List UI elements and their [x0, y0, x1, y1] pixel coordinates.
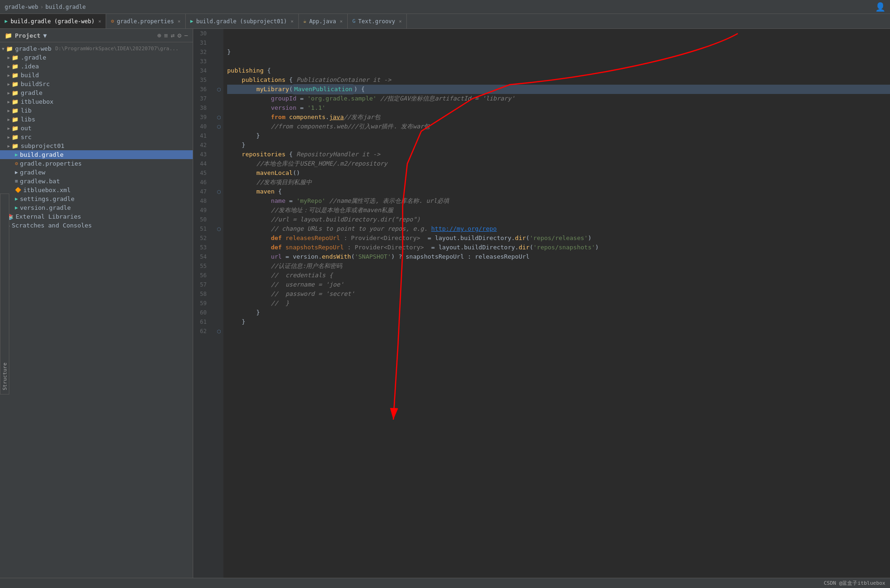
tree-label-settingsgradle: settings.gradle — [20, 195, 74, 202]
code-line-40: //from components.web///引入war插件. 发布war包 — [227, 122, 890, 131]
chevron-src: ▶ — [7, 135, 10, 140]
tab-app-java[interactable]: ☕ App.java ✕ — [299, 14, 348, 28]
tab-text-groovy[interactable]: G Text.groovy ✕ — [348, 14, 407, 28]
tree-label-buildgradle: build.gradle — [20, 151, 64, 158]
tool-minimize-icon[interactable]: − — [184, 32, 188, 39]
tree-label-lib: lib — [20, 107, 31, 114]
tree-item-libs[interactable]: ▶ 📁 libs — [0, 115, 193, 124]
breadcrumb-file: build.gradle — [45, 4, 86, 10]
file-icon-buildgradle: ▶ — [15, 152, 18, 158]
sidebar-header: 📁 Project ▼ ⊕ ≡ ⇄ ⚙ − — [0, 29, 193, 42]
tab-label-3: build.gradle (subproject01) — [196, 18, 287, 25]
tree-label-gradledir: gradle — [20, 89, 42, 96]
tree-item-subproject[interactable]: ▶ 📁 subproject01 — [0, 141, 193, 150]
tab-close-3[interactable]: ✕ — [290, 19, 293, 24]
folder-icon-itbluebox: 📁 — [12, 99, 19, 105]
code-lines[interactable]: } publishing { publications { Publicatio… — [223, 29, 890, 578]
tree-item-root[interactable]: ▼ 📁 gradle-web D:\ProgramWorkSpace\IDEA\… — [0, 44, 193, 53]
tab-close-4[interactable]: ✕ — [340, 19, 343, 24]
tree-item-dotgradle[interactable]: ▶ 📁 .gradle — [0, 53, 193, 62]
code-line-47: maven { — [227, 187, 890, 196]
tree-item-buildsrc[interactable]: ▶ 📁 buildSrc — [0, 80, 193, 88]
tree-item-scratches[interactable]: ▶ ✏️ Scratches and Consoles — [0, 221, 193, 230]
tab-bar: ▶ build.gradle (gradle-web) ✕ ⚙ gradle.p… — [0, 14, 890, 29]
tool-collapse-icon[interactable]: ≡ — [164, 32, 168, 39]
tab-java-icon: ☕ — [303, 18, 307, 24]
tab-gradle-properties[interactable]: ⚙ gradle.properties ✕ — [106, 14, 185, 28]
tree-item-itbluebox[interactable]: ▶ 📁 itbluebox — [0, 97, 193, 106]
chevron-libs: ▶ — [7, 117, 10, 122]
folder-icon-gradledir: 📁 — [12, 90, 19, 96]
tree-item-dotidea[interactable]: ▶ 📁 .idea — [0, 62, 193, 71]
file-icon-versiongradle: ▶ — [15, 205, 18, 211]
code-line-54: url = version.endsWith('SNAPSHOT') ? sna… — [227, 252, 890, 261]
structure-tab[interactable]: Structure — [0, 194, 9, 394]
tree-label-gradlew: gradlew — [20, 169, 46, 176]
folder-icon-dotidea: 📁 — [12, 63, 19, 70]
tree-path-root: D:\ProgramWorkSpace\IDEA\20220707\gra... — [55, 46, 179, 52]
tree-item-buildgradle[interactable]: ▶ build.gradle — [0, 150, 193, 159]
tree-item-settingsgradle[interactable]: ▶ settings.gradle — [0, 194, 193, 203]
tab-build-gradle-web[interactable]: ▶ build.gradle (gradle-web) ✕ — [0, 14, 106, 28]
code-line-52: def releasesRepoUrl : Provider<Directory… — [227, 234, 890, 243]
tree-label-src: src — [20, 134, 31, 140]
tree-label-build: build — [20, 72, 39, 79]
tree-item-itblueboxxml[interactable]: 🔶 itbluebox.xml — [0, 186, 193, 194]
user-icon[interactable]: 👤 — [875, 2, 885, 12]
folder-icon-build: 📁 — [12, 72, 19, 79]
code-line-43: repositories { RepositoryHandler it -> — [227, 150, 890, 159]
code-line-34: publishing { — [227, 66, 890, 75]
tab-label-1: build.gradle (gradle-web) — [11, 18, 95, 25]
tree-label-gradlewbat: gradlew.bat — [20, 178, 60, 185]
folder-icon-root: 📁 — [6, 46, 13, 52]
breadcrumb-project[interactable]: gradle-web — [5, 4, 38, 10]
main-area: 📁 Project ▼ ⊕ ≡ ⇄ ⚙ − ▼ 📁 gradle-web D:\… — [0, 29, 890, 578]
code-line-49: //发布地址：可以是本地仓库或者maven私服 — [227, 206, 890, 215]
tree-label-dotidea: .idea — [20, 63, 39, 70]
sidebar-tools: ⊕ ≡ ⇄ ⚙ − — [157, 32, 188, 39]
file-icon-gradleprops: ⚙ — [15, 160, 18, 167]
folder-icon-buildsrc: 📁 — [12, 81, 19, 87]
tab-groovy-icon: G — [352, 18, 356, 24]
chevron-dotidea: ▶ — [7, 64, 10, 69]
code-line-53: def snapshotsRepoUrl : Provider<Director… — [227, 243, 890, 252]
tab-label-2: gradle.properties — [117, 18, 174, 25]
code-line-51: // change URLs to point to your repos, e… — [227, 224, 890, 234]
tool-settings-icon[interactable]: ⚙ — [177, 32, 181, 39]
tree-item-gradlewbat[interactable]: ≡ gradlew.bat — [0, 177, 193, 186]
tab-close-5[interactable]: ✕ — [399, 19, 402, 24]
tab-close-1[interactable]: ✕ — [98, 19, 101, 24]
sidebar-dropdown-icon[interactable]: ▼ — [43, 32, 47, 39]
breadcrumb: gradle-web › build.gradle — [5, 4, 86, 10]
code-line-30 — [227, 29, 890, 38]
folder-icon-lib: 📁 — [12, 107, 19, 114]
sidebar-title: Project — [15, 32, 40, 39]
code-line-32: } — [227, 47, 890, 57]
code-line-33 — [227, 57, 890, 66]
code-line-57: // username = 'joe' — [227, 280, 890, 289]
tree-item-lib[interactable]: ▶ 📁 lib — [0, 106, 193, 115]
tree-item-build[interactable]: ▶ 📁 build — [0, 71, 193, 80]
project-icon: 📁 — [5, 32, 12, 39]
code-line-41: } — [227, 131, 890, 140]
sidebar: 📁 Project ▼ ⊕ ≡ ⇄ ⚙ − ▼ 📁 gradle-web D:\… — [0, 29, 193, 578]
folder-icon-libs: 📁 — [12, 116, 19, 123]
chevron-build: ▶ — [7, 73, 10, 78]
code-line-61: } — [227, 317, 890, 327]
tool-expand-icon[interactable]: ⇄ — [171, 32, 175, 39]
tab-gradle-icon-2: ▶ — [190, 18, 194, 24]
tree-item-gradleprops[interactable]: ⚙ gradle.properties — [0, 159, 193, 168]
tab-build-gradle-sub[interactable]: ▶ build.gradle (subproject01) ✕ — [186, 14, 299, 28]
code-line-36: myLibrary(MavenPublication) { — [227, 85, 890, 94]
tree-item-versiongradle[interactable]: ▶ version.gradle — [0, 203, 193, 212]
code-line-46: //发布项目到私服中 — [227, 178, 890, 187]
tree-item-gradlew[interactable]: ▶ gradlew — [0, 168, 193, 177]
tree-item-gradledir[interactable]: ▶ 📁 gradle — [0, 88, 193, 97]
tree-item-out[interactable]: ▶ 📁 out — [0, 124, 193, 133]
code-line-39: from components.java//发布jar包 — [227, 113, 890, 122]
tree-item-src[interactable]: ▶ 📁 src — [0, 133, 193, 141]
tool-locate-icon[interactable]: ⊕ — [157, 32, 161, 39]
tab-close-2[interactable]: ✕ — [178, 19, 181, 24]
tree-item-extlibs[interactable]: ▶ 📚 External Libraries — [0, 212, 193, 221]
code-line-35: publications { PublicationContainer it -… — [227, 75, 890, 85]
